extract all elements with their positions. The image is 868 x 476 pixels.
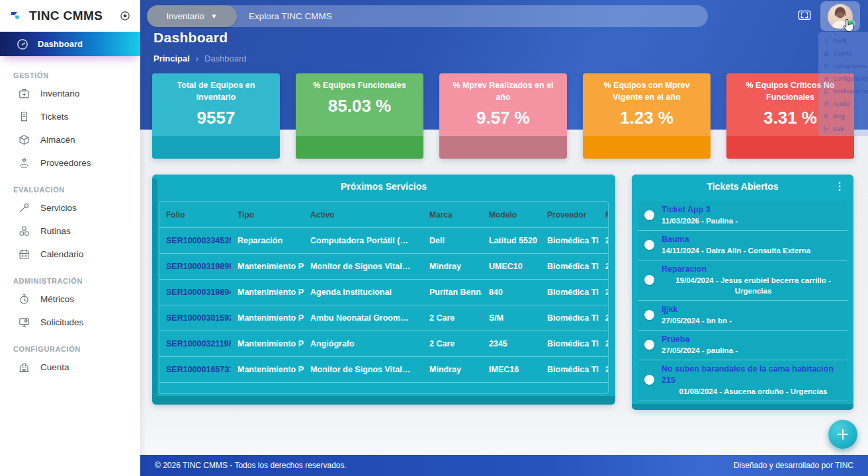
ticket-item[interactable]: Bauma14/11/2024 - Daira Alin - Consulta … (638, 231, 847, 260)
ticket-item[interactable]: Reparacion19/04/2024 - Jesus erubiel bec… (638, 260, 847, 301)
ticket-item[interactable]: No suben barandales de la cama habitació… (638, 401, 847, 403)
sidebar-item-label: Métricos (40, 294, 74, 304)
table-cell: 2 (599, 313, 609, 323)
kpi-card--mprev-realizados-en-el-: % Mprev Realizados en el año9.57 % (439, 73, 567, 159)
table-cell: S/M (482, 313, 541, 323)
table-row[interactable]: SER10000319890Mantenimiento Prevent…Moni… (159, 254, 609, 280)
sidebar-item-servicios[interactable]: Servicios (0, 196, 140, 219)
table-cell: 2345 (482, 339, 541, 348)
sidebar-item-label: Inventario (40, 89, 79, 99)
footer-credit: Diseñado y desarrollado por TINC (734, 461, 853, 470)
breadcrumb-parent[interactable]: Principal (153, 54, 190, 63)
table-cell: Latitud 5520 (482, 236, 541, 245)
kpi-value: 9.57 % (439, 108, 567, 128)
supplier-icon (18, 157, 30, 169)
kpi-bottom-strip (296, 136, 423, 159)
sidebar-item-tickets[interactable]: Tickets (0, 105, 140, 128)
ticket-title: Bauma (662, 234, 845, 245)
folio-link[interactable]: SER10000301592 (159, 313, 231, 323)
table-cell: Mantenimiento Prevent… (231, 313, 304, 323)
ticket-bullet (644, 210, 654, 220)
folio-link[interactable]: SER10000319890 (159, 262, 231, 271)
ticket-item[interactable]: Prueba27/05/2024 - paulina - (638, 331, 847, 360)
services-table: FolioTipoActivoMarcaModeloProveedorFSER1… (159, 201, 609, 394)
building-icon (18, 361, 30, 374)
ticket-subtitle: 11/03/2026 - Paulina - (662, 216, 845, 226)
table-cell: 2 (599, 236, 609, 245)
table-row[interactable]: SER10000334535ReparaciónComputadora Port… (159, 228, 609, 254)
table-header-cell: Modelo (482, 210, 541, 219)
table-cell: 2 Care (423, 339, 482, 348)
folio-link[interactable]: SER10000319894 (159, 288, 231, 297)
ticket-bullet (644, 340, 654, 350)
sidebar-item-inventario[interactable]: Inventario (0, 82, 140, 105)
user-menu-item-label: Perfil (833, 38, 847, 44)
user-menu-item-cuenta[interactable]: Cuenta (818, 47, 868, 60)
user-dropdown-menu: PerfilCuentaAplicacionesConfiguraciónNot… (818, 32, 868, 136)
kpi-bottom-strip (152, 136, 280, 159)
sidebar-item-metricos[interactable]: Métricos (0, 288, 140, 311)
table-cell: Dell (423, 236, 482, 245)
user-menu-item-perfil[interactable]: Perfil (818, 34, 868, 47)
ticket-item[interactable]: Ijjkk27/05/2024 - bn bn - (638, 301, 847, 331)
sidebar-item-cuenta[interactable]: Cuenta (0, 356, 140, 379)
table-row[interactable]: SER10000301592Mantenimiento Prevent…Ambu… (159, 305, 609, 331)
user-menu-item-configuracion[interactable]: Configuración (818, 72, 868, 85)
kpi-label: % Equipos Funcionales (296, 79, 423, 91)
ticket-item[interactable]: No suben barandales de la cama habitació… (638, 360, 847, 401)
sidebar-item-label: Rutinas (40, 226, 71, 236)
sidebar-item-label: Proveedores (40, 158, 91, 168)
folio-link[interactable]: SER10000334535 (159, 236, 231, 245)
kpi-card--equipos-con-mprev-vigen: % Equipos con Mprev Vigente en el año1.2… (583, 73, 711, 159)
ticket-subtitle: 14/11/2024 - Daira Alin - Consulta Exter… (662, 245, 845, 256)
folio-link[interactable]: SER10000321198 (159, 339, 231, 348)
user-menu-item-salir[interactable]: Salir (818, 122, 868, 135)
receipt-icon (18, 110, 30, 123)
ticket-title: Ijjkk (662, 304, 845, 315)
user-menu-item-label: Blog (833, 113, 845, 120)
folio-link[interactable]: SER10000165731 (159, 365, 231, 374)
bank-icon (823, 50, 830, 57)
table-row[interactable]: SER10000321198Mantenimiento Prevent…Angi… (159, 331, 609, 357)
hand-cursor-icon (842, 19, 856, 34)
sidebar-item-label: Cuenta (40, 362, 69, 372)
ticket-title: Ticket App 3 (662, 204, 845, 216)
user-menu-item-label: Notificaciones (833, 88, 868, 95)
ticket-item[interactable]: Ticket App 311/03/2026 - Paulina - (638, 201, 847, 231)
ticket-title: No suben barandales de la cama habitació… (662, 364, 845, 386)
search-scope-dropdown[interactable]: Inventario ▼ (147, 5, 237, 27)
sidebar-item-label: Solicitudes (40, 317, 83, 327)
sidebar-item-label: Calendario (40, 249, 83, 259)
speedometer-icon (16, 38, 29, 51)
sidebar-item-rutinas[interactable]: Rutinas (0, 219, 140, 243)
sidebar-item-calendario[interactable]: Calendario (0, 243, 140, 266)
table-cell: Mindray (423, 262, 482, 271)
sidebar-item-proveedores[interactable]: Proveedores (0, 151, 140, 175)
kpi-label: % Mprev Realizados en el año (439, 79, 567, 103)
table-cell: Reparación (231, 236, 304, 245)
sidebar-toggle-icon[interactable] (119, 10, 131, 22)
user-menu-item-notificaciones[interactable]: Notificaciones (818, 85, 868, 97)
table-cell: 2 (599, 365, 609, 374)
tickets-list: Ticket App 311/03/2026 - Paulina -Bauma1… (638, 201, 847, 403)
user-menu-item-blog[interactable]: Blog (818, 110, 868, 122)
add-fab-button[interactable] (828, 420, 857, 449)
kpi-card--equipos-funcionales: % Equipos Funcionales85.03 % (296, 73, 423, 159)
sidebar-item-dashboard[interactable]: Dashboard (0, 32, 140, 56)
user-menu-item-aplicaciones[interactable]: Aplicaciones (818, 60, 868, 72)
table-row[interactable]: SER10000165731Mantenimiento Prevent…Moni… (159, 357, 609, 383)
search-input[interactable] (237, 11, 708, 21)
table-header-row: FolioTipoActivoMarcaModeloProveedorF (159, 202, 609, 228)
sidebar-item-solicitudes[interactable]: Solicitudes (0, 311, 140, 334)
table-cell: UMEC10 (482, 262, 541, 271)
kebab-menu-icon[interactable] (834, 180, 846, 193)
fullscreen-icon[interactable] (796, 8, 813, 22)
footer-copyright: © 2026 TINC CMMS - Todos los derechos re… (155, 461, 347, 470)
sidebar-item-almacen[interactable]: Almacén (0, 128, 140, 151)
ticket-bullet (644, 240, 654, 250)
kpi-value: 1.23 % (583, 108, 711, 128)
user-menu-item-ayuda[interactable]: Ayuda (818, 97, 868, 110)
table-row[interactable]: SER10000319894Mantenimiento Prevent…Agen… (159, 280, 609, 305)
user-menu-item-label: Aplicaciones (833, 63, 867, 69)
sidebar-item-label: Dashboard (38, 39, 83, 49)
